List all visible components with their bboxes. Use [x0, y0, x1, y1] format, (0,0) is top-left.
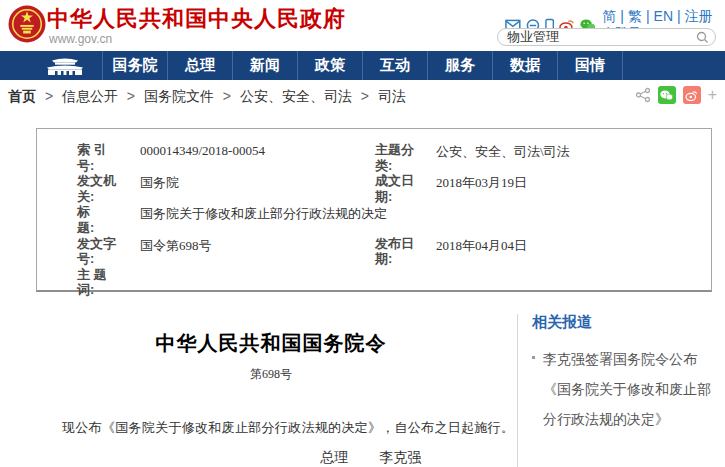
meta-label-publish-date: 发布日 期: — [375, 236, 421, 267]
meta-value-title: 国务院关于修改和废止部分行政法规的决定 — [125, 204, 375, 223]
sidebar-divider — [517, 314, 518, 467]
search-input[interactable] — [507, 30, 696, 44]
related-reports-sidebar: 相关报道 李克强签署国务院令公布 《国务院关于修改和废止部 分行政法规的决定》 — [532, 313, 718, 434]
site-header: 中华人民共和国中央人民政府 www.gov.cn 简 | 繁 — [0, 0, 725, 51]
search-icon[interactable] — [696, 31, 709, 44]
meta-value-subject-terms — [125, 267, 375, 268]
nav-item-policies[interactable]: 政策 — [297, 51, 362, 80]
meta-row: 发文机 关: 国务院 成文日 期: 2018年03月19日 — [77, 173, 711, 204]
breadcrumb-separator: > — [356, 88, 374, 104]
nav-item-premier[interactable]: 总理 — [167, 51, 232, 80]
meta-label-subject-terms: 主 题 词: — [77, 267, 125, 298]
link-separator: | — [616, 8, 628, 25]
breadcrumb-separator: > — [40, 88, 58, 104]
nav-filler — [622, 51, 725, 80]
meta-label-document-number: 发文字 号: — [77, 236, 125, 267]
meta-label-topic-category: 主题分 类: — [375, 142, 421, 173]
share-wechat-button[interactable] — [658, 86, 676, 104]
meta-value-document-number: 国令第698号 — [125, 236, 375, 255]
nav-item-state-council[interactable]: 国务院 — [102, 51, 167, 80]
site-title: 中华人民共和国中央人民政府 — [47, 4, 346, 34]
signature-name: 李克强 — [380, 450, 422, 465]
meta-value-topic-category: 公安、安全、司法\司法 — [421, 142, 711, 161]
share-toolbar: + — [635, 86, 717, 104]
nav-item-news[interactable]: 新闻 — [232, 51, 297, 80]
meta-value-written-date: 2018年03月19日 — [421, 173, 711, 192]
share-more-button[interactable]: + — [708, 86, 717, 104]
meta-row: 发文字 号: 国令第698号 发布日 期: 2018年04月04日 — [77, 236, 711, 267]
nav-item-interaction[interactable]: 互动 — [362, 51, 427, 80]
main-nav: 国务院 总理 新闻 政策 互动 服务 数据 国情 — [0, 51, 725, 80]
breadcrumb-separator: > — [122, 88, 140, 104]
related-reports-heading: 相关报道 — [532, 313, 718, 332]
decree-body-text: 现公布《国务院关于修改和废止部分行政法规的决定》，自公布之日起施行。 — [40, 419, 502, 437]
meta-label-title: 标 题: — [77, 204, 125, 235]
meta-value-empty — [421, 267, 711, 268]
register-link[interactable]: 注册 — [685, 8, 713, 25]
related-report-link[interactable]: 李克强签署国务院令公布 《国务院关于修改和废止部 分行政法规的决定》 — [532, 344, 718, 434]
meta-value-index-number: 000014349/2018-00054 — [125, 142, 375, 159]
lang-simplified-link[interactable]: 简 — [602, 8, 616, 25]
meta-label-issuing-agency: 发文机 关: — [77, 173, 125, 204]
decree-document: 中华人民共和国国务院令 第698号 现公布《国务院关于修改和废止部分行政法规的决… — [40, 300, 502, 467]
breadcrumb-info-disclosure[interactable]: 信息公开 — [62, 88, 118, 104]
decree-number: 第698号 — [40, 366, 502, 383]
meta-row: 标 题: 国务院关于修改和废止部分行政法规的决定 — [77, 204, 711, 235]
search-box[interactable] — [497, 28, 716, 46]
lang-traditional-link[interactable]: 繁 — [628, 8, 642, 25]
breadcrumb-home[interactable]: 首页 — [8, 88, 36, 104]
decree-title: 中华人民共和国国务院令 — [40, 330, 502, 357]
site-url: www.gov.cn — [49, 32, 112, 46]
national-emblem-logo — [8, 5, 46, 43]
breadcrumb: 首页 > 信息公开 > 国务院文件 > 公安、安全、司法 > 司法 — [8, 88, 406, 106]
tiananmen-home-icon — [42, 56, 88, 76]
share-weibo-button[interactable] — [683, 86, 701, 104]
nav-home-button[interactable] — [0, 51, 102, 80]
signature-line: 总理 李克强 — [40, 449, 502, 467]
breadcrumb-justice[interactable]: 司法 — [378, 88, 406, 104]
meta-value-issuing-agency: 国务院 — [125, 173, 375, 192]
meta-label-index-number: 索 引 号: — [77, 142, 125, 173]
nav-item-services[interactable]: 服务 — [427, 51, 492, 80]
meta-row: 索 引 号: 000014349/2018-00054 主题分 类: 公安、安全… — [77, 142, 711, 173]
meta-label-written-date: 成文日 期: — [375, 173, 421, 204]
signature-role: 总理 — [320, 450, 348, 465]
share-icon[interactable] — [635, 87, 651, 103]
lang-english-link[interactable]: EN — [654, 8, 673, 25]
meta-row: 主 题 词: — [77, 267, 711, 298]
meta-value-empty — [421, 204, 711, 205]
nav-item-national-conditions[interactable]: 国情 — [557, 51, 622, 80]
breadcrumb-separator: > — [218, 88, 236, 104]
nav-item-data[interactable]: 数据 — [492, 51, 557, 80]
breadcrumb-public-security[interactable]: 公安、安全、司法 — [240, 88, 352, 104]
document-meta-table: 索 引 号: 000014349/2018-00054 主题分 类: 公安、安全… — [36, 128, 712, 292]
link-separator: | — [673, 8, 685, 25]
link-separator: | — [642, 8, 654, 25]
meta-value-publish-date: 2018年04月04日 — [421, 236, 711, 255]
breadcrumb-state-council-documents[interactable]: 国务院文件 — [144, 88, 214, 104]
